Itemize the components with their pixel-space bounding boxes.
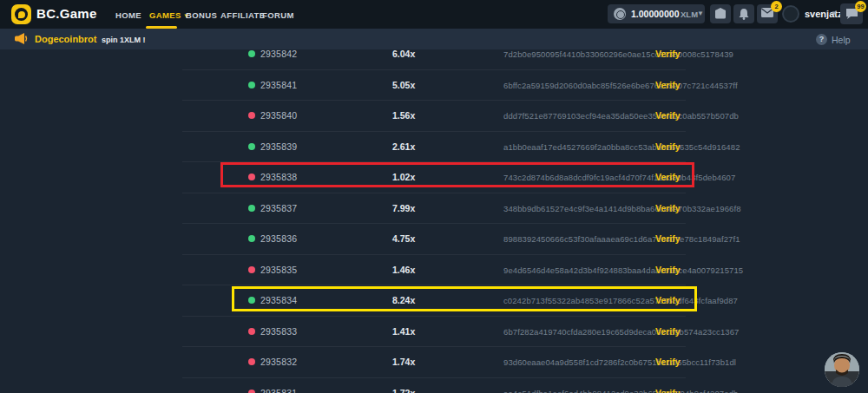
balance-amount: 1.00000000	[631, 9, 679, 19]
bet-multiplier: 7.99x	[392, 203, 415, 213]
row-divider	[182, 285, 686, 285]
result-dot-icon	[248, 235, 255, 242]
nav-games[interactable]: GAMES▼	[149, 10, 190, 20]
nav-forum[interactable]: FORUM	[262, 10, 294, 20]
bet-id: 2935831	[260, 388, 297, 393]
logo-pupil-shape	[18, 11, 25, 18]
bet-hash: 8988392450666c53f30afaaaea69c1d6a7c0407e…	[503, 234, 740, 244]
row-divider	[182, 161, 686, 162]
bet-multiplier: 1.02x	[392, 172, 415, 182]
brand-title[interactable]: BC.Game	[36, 6, 97, 21]
bet-id: 2935837	[260, 203, 297, 213]
table-row: 2935831 1.72x aa4e51dfba1eef6ad4bb98412c…	[0, 377, 868, 393]
table-row: 2935832 1.74x 93d60eaae04a9d558f1cd7286f…	[0, 346, 868, 377]
table-row: 2935834 8.24x c0242b713f55322ab4853e9178…	[0, 285, 868, 316]
nav-home[interactable]: HOME	[115, 10, 141, 20]
nav-affiliate[interactable]: AFFILIATE	[220, 10, 265, 20]
bet-multiplier: 4.75x	[392, 233, 415, 244]
bet-hash: c0242b713f55322ab4853e917866c52a57c963df…	[503, 296, 738, 305]
bet-multiplier: 2.61x	[392, 141, 415, 152]
bet-id: 2935841	[260, 80, 297, 90]
chevron-down-icon: ▼	[697, 10, 704, 17]
profile-photo-avatar[interactable]	[825, 352, 859, 387]
table-row: 2935840 1.56x ddd7f521e87769103ecf94ea35…	[0, 100, 868, 131]
bell-icon	[738, 8, 750, 20]
result-dot-icon	[248, 266, 255, 273]
nav-bonus[interactable]: BONUS	[186, 10, 217, 20]
verify-link[interactable]: Verify	[655, 357, 681, 367]
bet-multiplier: 5.05x	[392, 80, 415, 90]
table-row: 2935841 5.05x 6bffc2a59159d2060d0abc85f5…	[0, 69, 868, 101]
result-dot-icon	[248, 82, 255, 88]
result-dot-icon	[248, 390, 255, 393]
megaphone-icon	[15, 33, 29, 45]
bet-hash: 9e4d6546d4e58a42d3b4f924883baa4daac019ce…	[503, 265, 743, 275]
bet-hash: 7d2b0e950095f4410b33060296e0ae15cc623800…	[503, 49, 733, 59]
chat-badge: 99	[855, 1, 866, 12]
bet-multiplier: 1.74x	[392, 357, 415, 367]
chevron-down-icon: ▼	[831, 10, 838, 17]
bet-multiplier: 1.56x	[392, 110, 415, 121]
result-dot-icon	[248, 358, 255, 365]
row-divider	[182, 254, 686, 255]
verify-link[interactable]: Verify	[655, 141, 681, 152]
bet-hash: 93d60eaae04a9d558f1cd7286f2c0b6751b11af6…	[503, 357, 736, 367]
verify-link[interactable]: Verify	[655, 172, 681, 182]
table-row: 2935836 4.75x 8988392450666c53f30afaaaea…	[0, 223, 868, 254]
row-divider	[182, 346, 686, 347]
result-dot-icon	[248, 143, 255, 150]
bet-id: 2935840	[260, 110, 297, 121]
row-divider	[182, 193, 686, 193]
result-dot-icon	[248, 205, 255, 212]
bet-hash: 743c2d874b6d8a8dcdf9fc19acf4d70f74f12a38…	[503, 173, 735, 182]
announcement-bar: Dogecoinbrot spin 1XLM ! ? Help	[0, 29, 868, 49]
verify-link[interactable]: Verify	[655, 233, 681, 244]
verify-link[interactable]: Verify	[655, 203, 681, 213]
row-divider	[182, 316, 686, 317]
result-dot-icon	[248, 112, 255, 119]
verify-link[interactable]: Verify	[655, 388, 681, 393]
mail-badge: 2	[771, 1, 782, 12]
verify-link[interactable]: Verify	[655, 265, 681, 275]
person-photo	[825, 352, 859, 387]
balance-currency: XLM	[681, 10, 698, 19]
bet-hash: 6b7f282a419740cfda280e19c65d9deca032c39b…	[503, 327, 739, 337]
verify-link[interactable]: Verify	[655, 295, 681, 305]
bet-multiplier: 1.72x	[392, 388, 415, 393]
verify-link[interactable]: Verify	[655, 49, 681, 59]
table-row: 2935839 2.61x a1bb0eaaf17ed4527669f2a0bb…	[0, 131, 868, 162]
bet-hash: a1bb0eaaf17ed4527669f2a0bba8cc53abab26c6…	[503, 142, 740, 152]
row-divider	[182, 69, 686, 70]
wallet-button[interactable]	[710, 4, 731, 23]
notifications-button[interactable]	[733, 4, 754, 23]
bet-hash: 6bffc2a59159d2060d0abc85f526e6be676e5590…	[503, 81, 738, 90]
bet-id: 2935832	[260, 357, 297, 367]
row-divider	[182, 100, 686, 101]
table-row: 2935835 1.46x 9e4d6546d4e58a42d3b4f92488…	[0, 254, 868, 285]
bet-hash: 348bb9db61527e4c9f3e4a1414d9b8ba66ce8970…	[503, 204, 741, 213]
row-divider	[182, 131, 686, 132]
bet-multiplier: 6.04x	[392, 49, 415, 59]
bcgame-logo-icon[interactable]	[11, 4, 31, 24]
table-row: 2935838 1.02x 743c2d874b6d8a8dcdf9fc19ac…	[0, 161, 868, 193]
result-dot-icon	[248, 297, 255, 304]
verify-link[interactable]: Verify	[655, 110, 681, 121]
announcement-link[interactable]: Dogecoinbrot	[35, 34, 97, 44]
bet-id: 2935842	[260, 49, 297, 59]
bet-id: 2935838	[260, 172, 297, 182]
coin-icon	[614, 8, 626, 20]
verify-link[interactable]: Verify	[655, 80, 681, 90]
table-row: 2935837 7.99x 348bb9db61527e4c9f3e4a1414…	[0, 193, 868, 224]
balance-selector[interactable]: 1.00000000 XLM ▼	[608, 4, 705, 23]
bet-id: 2935836	[260, 233, 297, 244]
row-divider	[182, 377, 686, 378]
announcement-text: spin 1XLM !	[102, 36, 146, 44]
top-navbar: BC.Game HOME GAMES▼ BONUS AFFILIATE FORU…	[0, 0, 868, 29]
bet-hash: ddd7f521e87769103ecf94ea35da50ee354efd1c…	[503, 111, 739, 121]
user-avatar[interactable]	[782, 5, 799, 23]
question-mark-icon: ?	[816, 34, 827, 45]
table-row: 2935833 1.41x 6b7f282a419740cfda280e19c6…	[0, 316, 868, 347]
help-label: Help	[832, 35, 851, 45]
verify-link[interactable]: Verify	[655, 326, 681, 337]
bet-multiplier: 8.24x	[392, 295, 415, 305]
